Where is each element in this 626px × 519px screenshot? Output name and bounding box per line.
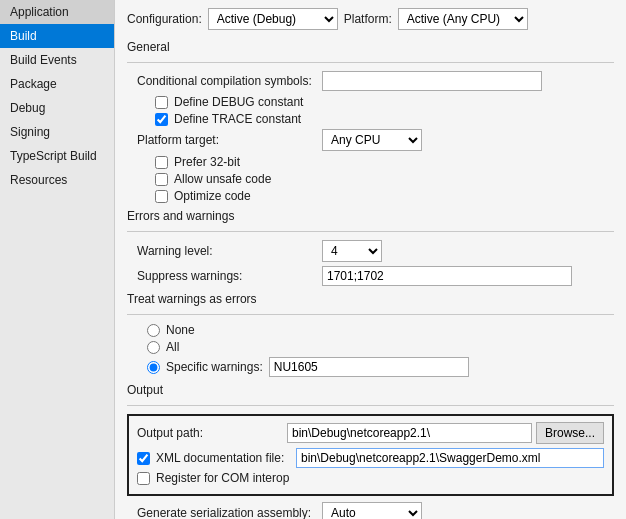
conditional-compilation-input[interactable] [322, 71, 542, 91]
treat-specific-radio[interactable] [147, 361, 160, 374]
treat-warnings-section-label: Treat warnings as errors [127, 292, 614, 306]
optimize-checkbox[interactable] [155, 190, 168, 203]
generate-serialization-select[interactable]: Auto On Off [322, 502, 422, 519]
suppress-warnings-input[interactable] [322, 266, 572, 286]
treat-specific-label: Specific warnings: [166, 360, 263, 374]
treat-none-row: None [127, 323, 614, 337]
define-debug-row: Define DEBUG constant [127, 95, 614, 109]
sidebar-item-resources[interactable]: Resources [0, 168, 114, 192]
output-path-row: Output path: Browse... [137, 422, 604, 444]
xml-doc-row: XML documentation file: [137, 448, 604, 468]
suppress-warnings-label: Suppress warnings: [137, 269, 322, 283]
optimize-label: Optimize code [174, 189, 251, 203]
xml-doc-checkbox[interactable] [137, 452, 150, 465]
treat-warnings-divider [127, 314, 614, 315]
treat-specific-input[interactable] [269, 357, 469, 377]
main-content: Configuration: Active (Debug) Debug Rele… [115, 0, 626, 519]
treat-none-radio[interactable] [147, 324, 160, 337]
suppress-warnings-row: Suppress warnings: [127, 266, 614, 286]
define-debug-checkbox[interactable] [155, 96, 168, 109]
warning-level-row: Warning level: 4 0 1 2 3 [127, 240, 614, 262]
generate-serialization-row: Generate serialization assembly: Auto On… [127, 502, 614, 519]
generate-serialization-label: Generate serialization assembly: [137, 506, 322, 519]
register-com-checkbox[interactable] [137, 472, 150, 485]
prefer-32bit-checkbox[interactable] [155, 156, 168, 169]
errors-warnings-section-label: Errors and warnings [127, 209, 614, 223]
platform-select[interactable]: Active (Any CPU) Any CPU x86 x64 [398, 8, 528, 30]
browse-button[interactable]: Browse... [536, 422, 604, 444]
general-section-label: General [127, 40, 614, 54]
allow-unsafe-label: Allow unsafe code [174, 172, 271, 186]
define-trace-checkbox[interactable] [155, 113, 168, 126]
allow-unsafe-checkbox[interactable] [155, 173, 168, 186]
conditional-compilation-label: Conditional compilation symbols: [137, 74, 322, 88]
platform-target-row: Platform target: Any CPU x86 x64 [127, 129, 614, 151]
treat-none-label: None [166, 323, 195, 337]
warning-level-label: Warning level: [137, 244, 322, 258]
define-trace-label: Define TRACE constant [174, 112, 301, 126]
output-divider [127, 405, 614, 406]
output-box: Output path: Browse... XML documentation… [127, 414, 614, 496]
treat-all-radio[interactable] [147, 341, 160, 354]
platform-target-select[interactable]: Any CPU x86 x64 [322, 129, 422, 151]
output-path-label: Output path: [137, 426, 287, 440]
treat-all-row: All [127, 340, 614, 354]
conditional-compilation-row: Conditional compilation symbols: [127, 71, 614, 91]
sidebar-item-package[interactable]: Package [0, 72, 114, 96]
register-com-row: Register for COM interop [137, 471, 604, 485]
configuration-select[interactable]: Active (Debug) Debug Release [208, 8, 338, 30]
config-bar: Configuration: Active (Debug) Debug Rele… [127, 8, 614, 30]
configuration-label: Configuration: [127, 12, 202, 26]
warning-level-select[interactable]: 4 0 1 2 3 [322, 240, 382, 262]
general-divider [127, 62, 614, 63]
allow-unsafe-row: Allow unsafe code [127, 172, 614, 186]
sidebar-item-typescript-build[interactable]: TypeScript Build [0, 144, 114, 168]
output-section-label: Output [127, 383, 614, 397]
sidebar-item-build[interactable]: Build [0, 24, 114, 48]
platform-target-label: Platform target: [137, 133, 322, 147]
optimize-row: Optimize code [127, 189, 614, 203]
define-trace-row: Define TRACE constant [127, 112, 614, 126]
xml-doc-input[interactable] [296, 448, 604, 468]
output-path-input[interactable] [287, 423, 532, 443]
treat-specific-row: Specific warnings: [127, 357, 614, 377]
define-debug-label: Define DEBUG constant [174, 95, 303, 109]
prefer-32bit-label: Prefer 32-bit [174, 155, 240, 169]
platform-label: Platform: [344, 12, 392, 26]
xml-doc-label: XML documentation file: [156, 451, 296, 465]
sidebar-item-debug[interactable]: Debug [0, 96, 114, 120]
sidebar-item-build-events[interactable]: Build Events [0, 48, 114, 72]
prefer-32bit-row: Prefer 32-bit [127, 155, 614, 169]
sidebar-item-signing[interactable]: Signing [0, 120, 114, 144]
errors-warnings-divider [127, 231, 614, 232]
sidebar-item-application[interactable]: Application [0, 0, 114, 24]
register-com-label: Register for COM interop [156, 471, 289, 485]
sidebar: Application Build Build Events Package D… [0, 0, 115, 519]
treat-all-label: All [166, 340, 179, 354]
